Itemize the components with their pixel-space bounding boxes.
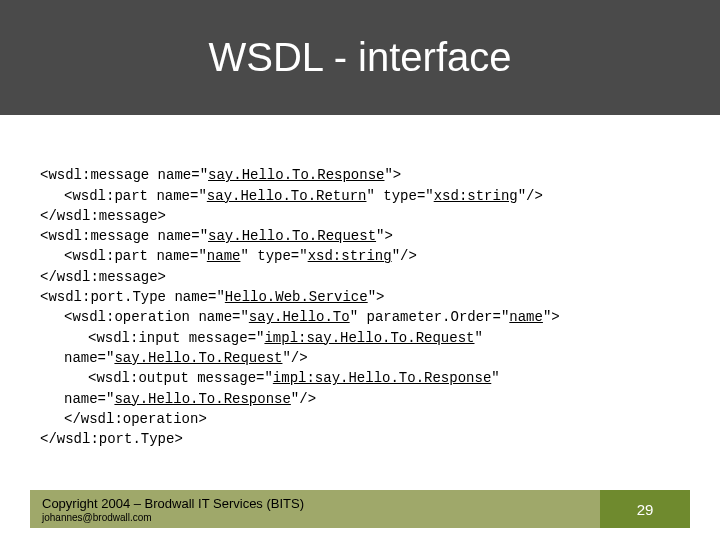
code-block: <wsdl:message name="say.Hello.To.Respons… [40, 145, 680, 470]
copyright-text: Copyright 2004 – Brodwall IT Services (B… [42, 497, 588, 511]
code-content: <wsdl:message name="say.Hello.To.Respons… [0, 115, 720, 480]
slide-title: WSDL - interface [0, 0, 720, 115]
footer-left: Copyright 2004 – Brodwall IT Services (B… [30, 490, 600, 528]
title-text: WSDL - interface [208, 35, 511, 80]
footer-email: johannes@brodwall.com [42, 512, 588, 523]
slide-footer: Copyright 2004 – Brodwall IT Services (B… [30, 490, 690, 528]
page-number: 29 [600, 490, 690, 528]
